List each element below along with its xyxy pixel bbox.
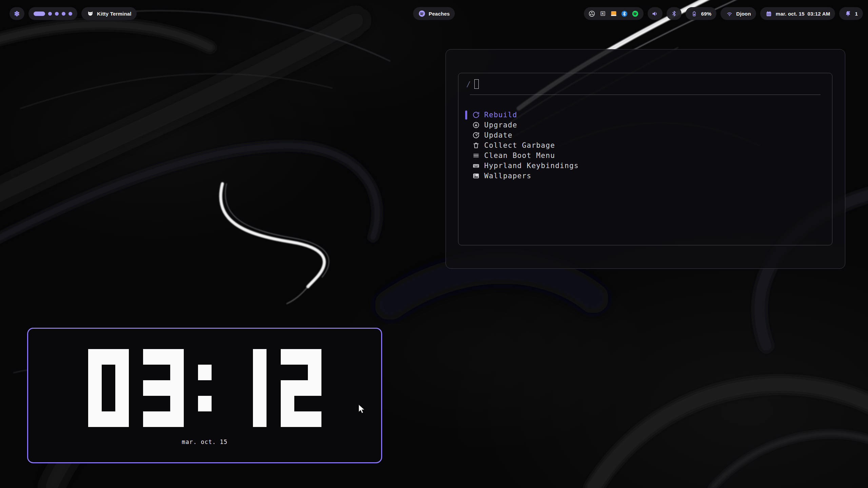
clock-date: mar. oct. 15 xyxy=(28,439,381,445)
obs-tray-icon[interactable] xyxy=(588,10,596,17)
launcher-item-update[interactable]: Update xyxy=(465,130,832,140)
clock-digit-1 xyxy=(226,349,267,427)
network-name: Djoon xyxy=(736,11,751,17)
launcher-item-label: Wallpapers xyxy=(484,172,531,180)
launcher-item-label: Rebuild xyxy=(484,111,517,119)
now-playing-title: Peaches xyxy=(429,11,450,17)
nix-snowflake-icon: ❄ xyxy=(14,10,20,17)
selection-bar xyxy=(465,151,467,160)
volume-button[interactable] xyxy=(648,7,663,20)
calendar-icon xyxy=(765,10,773,17)
selection-bar xyxy=(465,161,467,170)
launcher-item-collect-garbage[interactable]: Collect Garbage xyxy=(465,140,832,150)
notifications-pill[interactable]: 1 xyxy=(839,7,863,20)
workspaces-indicator[interactable] xyxy=(28,7,77,20)
datetime-label: mar. oct. 15 03:12 AM xyxy=(776,11,830,17)
launcher-item-label: Collect Garbage xyxy=(484,141,555,149)
mouse-cursor xyxy=(358,404,367,414)
selection-bar xyxy=(465,110,467,120)
notification-count: 1 xyxy=(855,11,858,17)
system-tray: K xyxy=(584,7,644,20)
topbar-right-cluster: K 69% Djoon mar. oct. 15 03:12 AM 1 xyxy=(584,7,863,20)
files-tray-icon[interactable] xyxy=(610,10,617,17)
list-icon xyxy=(472,152,480,159)
clock-widget: mar. oct. 15 xyxy=(27,328,382,463)
bell-icon xyxy=(844,10,852,17)
clock-digit-2 xyxy=(281,349,321,427)
trash-icon xyxy=(472,142,480,149)
workspace-3[interactable] xyxy=(55,12,59,16)
bluetooth-tray-icon[interactable] xyxy=(621,10,628,17)
battery-icon xyxy=(691,10,698,17)
now-playing-pill[interactable]: Peaches xyxy=(413,7,455,20)
spotify-icon xyxy=(418,10,426,17)
clock-time-display xyxy=(28,349,381,427)
image-icon xyxy=(472,172,480,180)
active-window-title: Kitty Terminal xyxy=(97,11,132,17)
launcher-panel: / RebuildUpgradeUpdateCollect GarbageCle… xyxy=(446,49,845,269)
topbar-center-cluster: Peaches xyxy=(413,7,455,20)
topbar-left-cluster: ❄ Kitty Terminal xyxy=(9,7,137,20)
speaker-icon xyxy=(651,10,659,17)
nix-launcher-button[interactable]: ❄ xyxy=(9,7,24,20)
kitty-cat-icon xyxy=(86,10,94,17)
text-cursor xyxy=(474,79,479,89)
update-icon xyxy=(472,131,480,139)
selection-bar xyxy=(465,141,467,150)
keepassxc-tray-icon[interactable]: K xyxy=(599,10,607,17)
clock-digit-0 xyxy=(88,349,129,427)
prompt-character: / xyxy=(466,80,471,88)
active-window-pill[interactable]: Kitty Terminal xyxy=(81,7,137,20)
launcher-item-label: Clean Boot Menu xyxy=(484,151,555,160)
svg-text:K: K xyxy=(602,12,604,15)
launcher-item-wallpapers[interactable]: Wallpapers xyxy=(465,171,832,181)
launcher-item-upgrade[interactable]: Upgrade xyxy=(465,120,832,130)
selection-bar xyxy=(465,131,467,140)
selection-bar xyxy=(465,171,467,181)
spotify-tray-icon[interactable] xyxy=(632,10,639,17)
workspace-4[interactable] xyxy=(62,12,65,16)
selection-bar xyxy=(465,121,467,130)
launcher-item-label: Update xyxy=(484,131,513,139)
bluetooth-icon xyxy=(670,10,678,17)
launcher-inner-box: / RebuildUpgradeUpdateCollect GarbageCle… xyxy=(458,73,832,245)
wifi-icon xyxy=(726,10,733,17)
launcher-item-label: Hyprland Keybindings xyxy=(484,162,579,170)
clock-colon xyxy=(198,349,212,427)
workspace-2[interactable] xyxy=(48,12,52,16)
launcher-item-rebuild[interactable]: Rebuild xyxy=(465,110,832,120)
workspace-1-active[interactable] xyxy=(34,12,45,16)
launcher-item-hyprland-keybindings[interactable]: Hyprland Keybindings xyxy=(465,161,832,171)
workspace-5[interactable] xyxy=(68,12,72,16)
battery-percent: 69% xyxy=(701,11,712,17)
datetime-pill[interactable]: mar. oct. 15 03:12 AM xyxy=(760,7,835,20)
launcher-item-clean-boot-menu[interactable]: Clean Boot Menu xyxy=(465,150,832,161)
search-separator xyxy=(470,95,821,95)
top-bar: ❄ Kitty Terminal Peaches K 69% Djoon xyxy=(0,7,868,20)
launcher-item-label: Upgrade xyxy=(484,121,517,129)
battery-pill[interactable]: 69% xyxy=(686,7,717,20)
rebuild-icon xyxy=(472,111,480,119)
bluetooth-button[interactable] xyxy=(667,7,682,20)
launcher-search-input[interactable]: / xyxy=(458,73,832,89)
clock-digit-3 xyxy=(143,349,184,427)
network-pill[interactable]: Djoon xyxy=(721,7,756,20)
upgrade-icon xyxy=(472,121,480,129)
keyboard-icon xyxy=(472,162,480,169)
launcher-item-list: RebuildUpgradeUpdateCollect GarbageClean… xyxy=(458,110,832,181)
